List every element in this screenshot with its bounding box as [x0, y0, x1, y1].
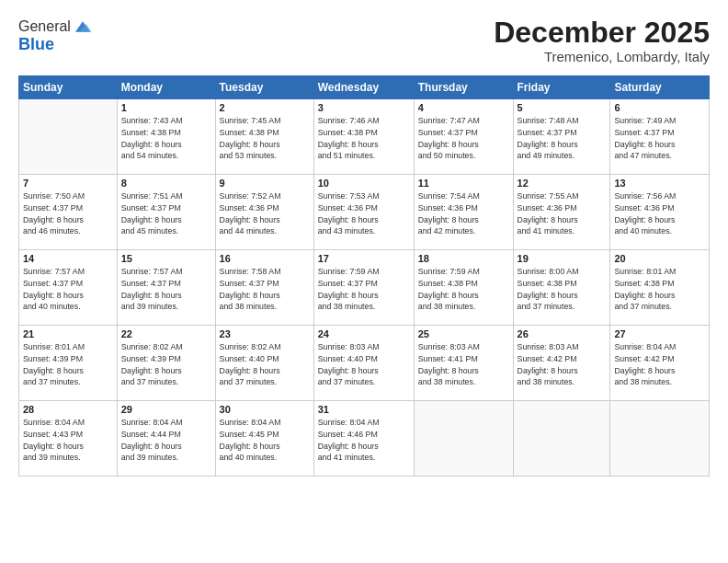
- col-header-friday: Friday: [513, 76, 610, 99]
- day-cell: 17Sunrise: 7:59 AM Sunset: 4:37 PM Dayli…: [313, 250, 414, 326]
- col-header-saturday: Saturday: [610, 76, 710, 99]
- col-header-tuesday: Tuesday: [215, 76, 313, 99]
- day-cell: 3Sunrise: 7:46 AM Sunset: 4:38 PM Daylig…: [313, 99, 414, 175]
- week-row-3: 14Sunrise: 7:57 AM Sunset: 4:37 PM Dayli…: [19, 250, 710, 326]
- day-cell: 23Sunrise: 8:02 AM Sunset: 4:40 PM Dayli…: [215, 326, 313, 401]
- day-number: 29: [121, 404, 211, 415]
- day-number: 22: [121, 328, 211, 339]
- day-info: Sunrise: 8:04 AM Sunset: 4:43 PM Dayligh…: [23, 417, 113, 464]
- day-cell: [513, 401, 610, 477]
- day-number: 4: [418, 102, 509, 113]
- day-cell: [414, 401, 513, 477]
- day-number: 13: [614, 178, 705, 189]
- day-cell: 21Sunrise: 8:01 AM Sunset: 4:39 PM Dayli…: [19, 326, 118, 401]
- day-cell: 15Sunrise: 7:57 AM Sunset: 4:37 PM Dayli…: [117, 250, 215, 326]
- logo-icon: [73, 17, 93, 37]
- day-cell: 10Sunrise: 7:53 AM Sunset: 4:36 PM Dayli…: [313, 175, 414, 250]
- day-info: Sunrise: 8:03 AM Sunset: 4:42 PM Dayligh…: [518, 341, 607, 388]
- day-cell: 19Sunrise: 8:00 AM Sunset: 4:38 PM Dayli…: [513, 250, 610, 326]
- day-cell: 29Sunrise: 8:04 AM Sunset: 4:44 PM Dayli…: [117, 401, 215, 477]
- day-cell: 6Sunrise: 7:49 AM Sunset: 4:37 PM Daylig…: [610, 99, 710, 175]
- day-cell: 24Sunrise: 8:03 AM Sunset: 4:40 PM Dayli…: [313, 326, 414, 401]
- day-number: 23: [220, 328, 310, 339]
- day-info: Sunrise: 8:04 AM Sunset: 4:45 PM Dayligh…: [220, 417, 310, 464]
- day-number: 15: [121, 253, 211, 264]
- day-cell: 8Sunrise: 7:51 AM Sunset: 4:37 PM Daylig…: [117, 175, 215, 250]
- day-number: 21: [23, 328, 113, 339]
- day-info: Sunrise: 7:43 AM Sunset: 4:38 PM Dayligh…: [121, 115, 211, 162]
- day-number: 31: [318, 404, 410, 415]
- day-number: 1: [121, 102, 211, 113]
- day-cell: 25Sunrise: 8:03 AM Sunset: 4:41 PM Dayli…: [414, 326, 513, 401]
- day-info: Sunrise: 7:57 AM Sunset: 4:37 PM Dayligh…: [121, 266, 211, 313]
- day-info: Sunrise: 7:53 AM Sunset: 4:36 PM Dayligh…: [318, 190, 410, 237]
- page-header: General Blue December 2025 Tremenico, Lo…: [18, 17, 710, 64]
- week-row-5: 28Sunrise: 8:04 AM Sunset: 4:43 PM Dayli…: [19, 401, 710, 477]
- day-info: Sunrise: 7:55 AM Sunset: 4:36 PM Dayligh…: [518, 190, 607, 237]
- day-number: 2: [220, 102, 310, 113]
- day-cell: [610, 401, 710, 477]
- calendar-table: SundayMondayTuesdayWednesdayThursdayFrid…: [18, 75, 710, 477]
- logo-general-text: General: [18, 18, 71, 35]
- day-info: Sunrise: 7:47 AM Sunset: 4:37 PM Dayligh…: [418, 115, 509, 162]
- week-row-4: 21Sunrise: 8:01 AM Sunset: 4:39 PM Dayli…: [19, 326, 710, 401]
- day-number: 20: [614, 253, 705, 264]
- day-number: 10: [318, 178, 410, 189]
- day-info: Sunrise: 7:58 AM Sunset: 4:37 PM Dayligh…: [220, 266, 310, 313]
- day-info: Sunrise: 7:52 AM Sunset: 4:36 PM Dayligh…: [220, 190, 310, 237]
- day-cell: 14Sunrise: 7:57 AM Sunset: 4:37 PM Dayli…: [19, 250, 118, 326]
- day-info: Sunrise: 8:02 AM Sunset: 4:39 PM Dayligh…: [121, 341, 211, 388]
- day-number: 8: [121, 178, 211, 189]
- day-number: 3: [318, 102, 410, 113]
- day-cell: 4Sunrise: 7:47 AM Sunset: 4:37 PM Daylig…: [414, 99, 513, 175]
- day-cell: 28Sunrise: 8:04 AM Sunset: 4:43 PM Dayli…: [19, 401, 118, 477]
- day-info: Sunrise: 8:03 AM Sunset: 4:41 PM Dayligh…: [418, 341, 509, 388]
- day-info: Sunrise: 8:03 AM Sunset: 4:40 PM Dayligh…: [318, 341, 410, 388]
- location: Tremenico, Lombardy, Italy: [494, 49, 710, 64]
- day-cell: 20Sunrise: 8:01 AM Sunset: 4:38 PM Dayli…: [610, 250, 710, 326]
- day-number: 16: [220, 253, 310, 264]
- day-info: Sunrise: 7:49 AM Sunset: 4:37 PM Dayligh…: [614, 115, 705, 162]
- day-number: 11: [418, 178, 509, 189]
- day-cell: 9Sunrise: 7:52 AM Sunset: 4:36 PM Daylig…: [215, 175, 313, 250]
- day-number: 7: [23, 178, 113, 189]
- day-cell: 7Sunrise: 7:50 AM Sunset: 4:37 PM Daylig…: [19, 175, 118, 250]
- day-info: Sunrise: 8:04 AM Sunset: 4:46 PM Dayligh…: [318, 417, 410, 464]
- day-cell: 16Sunrise: 7:58 AM Sunset: 4:37 PM Dayli…: [215, 250, 313, 326]
- day-number: 18: [418, 253, 509, 264]
- day-number: 14: [23, 253, 113, 264]
- day-info: Sunrise: 7:59 AM Sunset: 4:37 PM Dayligh…: [318, 266, 410, 313]
- day-info: Sunrise: 7:51 AM Sunset: 4:37 PM Dayligh…: [121, 190, 211, 237]
- day-number: 26: [518, 328, 607, 339]
- logo-blue-text: Blue: [18, 35, 93, 54]
- day-info: Sunrise: 8:01 AM Sunset: 4:38 PM Dayligh…: [614, 266, 705, 313]
- day-number: 19: [518, 253, 607, 264]
- logo: General Blue: [18, 17, 93, 54]
- day-cell: 30Sunrise: 8:04 AM Sunset: 4:45 PM Dayli…: [215, 401, 313, 477]
- day-number: 5: [518, 102, 607, 113]
- day-cell: 5Sunrise: 7:48 AM Sunset: 4:37 PM Daylig…: [513, 99, 610, 175]
- day-cell: 22Sunrise: 8:02 AM Sunset: 4:39 PM Dayli…: [117, 326, 215, 401]
- day-number: 25: [418, 328, 509, 339]
- col-header-sunday: Sunday: [19, 76, 118, 99]
- day-info: Sunrise: 8:00 AM Sunset: 4:38 PM Dayligh…: [518, 266, 607, 313]
- day-number: 30: [220, 404, 310, 415]
- day-info: Sunrise: 7:54 AM Sunset: 4:36 PM Dayligh…: [418, 190, 509, 237]
- day-number: 24: [318, 328, 410, 339]
- day-info: Sunrise: 8:01 AM Sunset: 4:39 PM Dayligh…: [23, 341, 113, 388]
- day-number: 28: [23, 404, 113, 415]
- month-title: December 2025: [494, 17, 710, 49]
- day-cell: 13Sunrise: 7:56 AM Sunset: 4:36 PM Dayli…: [610, 175, 710, 250]
- day-info: Sunrise: 8:04 AM Sunset: 4:42 PM Dayligh…: [614, 341, 705, 388]
- day-info: Sunrise: 7:56 AM Sunset: 4:36 PM Dayligh…: [614, 190, 705, 237]
- day-number: 17: [318, 253, 410, 264]
- day-cell: 2Sunrise: 7:45 AM Sunset: 4:38 PM Daylig…: [215, 99, 313, 175]
- day-cell: 1Sunrise: 7:43 AM Sunset: 4:38 PM Daylig…: [117, 99, 215, 175]
- day-number: 6: [614, 102, 705, 113]
- day-info: Sunrise: 7:59 AM Sunset: 4:38 PM Dayligh…: [418, 266, 509, 313]
- title-block: December 2025 Tremenico, Lombardy, Italy: [494, 17, 710, 64]
- day-info: Sunrise: 7:50 AM Sunset: 4:37 PM Dayligh…: [23, 190, 113, 237]
- day-info: Sunrise: 7:46 AM Sunset: 4:38 PM Dayligh…: [318, 115, 410, 162]
- day-info: Sunrise: 7:57 AM Sunset: 4:37 PM Dayligh…: [23, 266, 113, 313]
- day-number: 27: [614, 328, 705, 339]
